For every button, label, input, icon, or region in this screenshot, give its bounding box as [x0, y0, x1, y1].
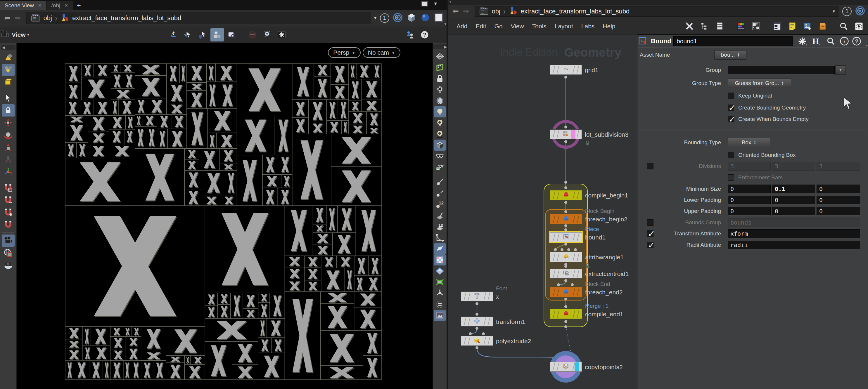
menu-add[interactable]: Add [457, 23, 467, 30]
node-flag[interactable] [575, 362, 579, 371]
viewport-canvas[interactable]: Persp▼ No cam▼ [17, 43, 433, 389]
group-star-icon[interactable] [434, 277, 446, 288]
follow-network-radio-icon[interactable] [393, 12, 403, 24]
smooth-shading-cube-icon[interactable] [434, 139, 446, 151]
upper-padding-x-field[interactable]: 0 [728, 207, 771, 216]
persp-menu-button[interactable]: Persp▼ [328, 47, 361, 58]
node-foreach_end2[interactable] [550, 287, 582, 297]
transform-camera-tool-icon[interactable] [196, 28, 209, 41]
bounding-type-menu[interactable]: Box▲▼ [728, 138, 770, 147]
render-view-globe-icon[interactable] [2, 247, 14, 259]
group-type-menu[interactable]: Guess from Gro...▲▼ [728, 78, 791, 88]
node-compile_begin1[interactable] [550, 190, 582, 200]
select-mode-tool-icon[interactable] [181, 28, 195, 41]
loop-badge[interactable]: 1 [842, 7, 851, 16]
create-bounding-geometry-checkbox[interactable]: ✓ [728, 104, 734, 111]
view-orbit-tool-icon[interactable] [166, 28, 180, 41]
node-name-label[interactable]: extractcentroid1 [585, 270, 629, 278]
node-copytopoints2[interactable] [550, 362, 582, 372]
material-sphere-icon[interactable]: ▾ [420, 12, 430, 24]
view-camera-tool-icon[interactable] [2, 234, 14, 247]
axis-handle-tool-icon[interactable] [2, 166, 14, 178]
geometry-cube-icon[interactable]: ▾ [406, 12, 417, 24]
divisions-z-field[interactable]: 3 [816, 162, 860, 170]
headlight-bulb-icon[interactable] [434, 106, 446, 118]
profile-curves-icon[interactable] [434, 232, 446, 243]
node-lot_subdivision3[interactable] [550, 129, 582, 139]
forward-icon[interactable]: ➡ [463, 7, 469, 16]
maximize-pane-icon[interactable] [422, 1, 428, 6]
agent-lod-icon[interactable] [434, 299, 446, 310]
minimum-size-y-field[interactable]: 0.1 [772, 185, 815, 193]
node-x[interactable] [461, 291, 493, 301]
path-node[interactable]: extract_face_transform_labs_lot_subd [521, 8, 629, 15]
rotate-tool-icon[interactable] [2, 129, 14, 141]
node-attribwrangle1[interactable] [550, 252, 582, 262]
gear-icon[interactable]: ▾ [797, 36, 807, 46]
menu-go[interactable]: Go [495, 23, 503, 30]
flipbook-camera-icon[interactable] [260, 28, 274, 41]
snap-multi-magnet-icon[interactable] [2, 219, 14, 231]
node-transform1[interactable] [461, 317, 493, 326]
upper-padding-y-field[interactable]: 0 [772, 207, 815, 216]
point-markers-icon[interactable] [434, 177, 446, 188]
node-name-label[interactable]: attribwrangle1 [585, 254, 624, 261]
add-lights-bulb-icon[interactable] [434, 118, 446, 129]
node-bound1[interactable] [550, 232, 582, 242]
forward-icon[interactable]: ➡ [14, 13, 21, 23]
camera-menu-button[interactable]: No cam▼ [363, 47, 400, 58]
back-icon[interactable]: ⬅ [453, 7, 459, 16]
color-palette-icon[interactable] [734, 20, 748, 33]
node-name-label[interactable]: lot_subdivision3 [585, 131, 628, 138]
background-image-add-icon[interactable] [801, 20, 814, 33]
create-when-bounds-empty-checkbox[interactable]: ✓ [728, 116, 734, 122]
node-name-label[interactable]: polyextrude2 [496, 337, 531, 345]
keep-original-checkbox[interactable] [728, 93, 734, 99]
background-image-icon[interactable] [434, 310, 446, 321]
pane-menu-icon[interactable]: ▼ [433, 1, 438, 6]
node-polyextrude2[interactable] [461, 336, 493, 346]
radii-attribute-input[interactable]: radii [728, 241, 860, 250]
close-icon[interactable]: ✕ [64, 3, 68, 8]
group-dropdown-button[interactable]: ▼ [835, 65, 846, 75]
tab-scene-view[interactable]: Scene View ✕ [0, 1, 47, 10]
layout-people-icon[interactable] [403, 28, 417, 41]
box-zoom-tool-icon[interactable] [225, 28, 239, 41]
viewport-lock-icon[interactable] [434, 73, 446, 84]
houdini-logo-icon[interactable]: H▾ [810, 36, 821, 46]
menu-edit[interactable]: Edit [475, 23, 486, 30]
follow-network-radio-icon[interactable] [855, 6, 865, 17]
snap-grid-magnet-icon[interactable] [2, 182, 14, 194]
menu-view[interactable]: View [511, 23, 524, 30]
search-icon[interactable] [826, 36, 836, 46]
back-icon[interactable]: ⬅ [4, 13, 10, 23]
path-field[interactable]: obj › extract_face_transform_labs_lot_su… [475, 6, 839, 17]
scale-tool-icon[interactable] [2, 141, 14, 153]
bounds-group-input[interactable]: bounds [728, 218, 860, 227]
divisions-y-field[interactable]: 3 [772, 162, 815, 170]
customize-tools-icon[interactable] [683, 20, 696, 33]
menu-help[interactable]: Help [602, 23, 615, 30]
select-geometry-cone-icon[interactable] [2, 52, 14, 64]
uv-checker-icon[interactable] [434, 254, 446, 265]
node-name-label[interactable]: transform1 [496, 318, 525, 325]
network-editor[interactable]: Indie Edition Geometry grid1lot_subdivis… [448, 34, 637, 389]
path-dropdown-icon[interactable]: ▾ [833, 8, 835, 14]
secure-selection-lock-icon[interactable] [2, 104, 14, 117]
point-numbers-icon[interactable]: 12 [434, 199, 446, 210]
close-icon[interactable]: ✕ [38, 3, 42, 8]
minimum-size-x-field[interactable]: 0 [728, 185, 771, 193]
node-name-label[interactable]: grid1 [585, 67, 598, 74]
select-cursor-icon[interactable] [2, 92, 14, 104]
transform-attribute-input[interactable]: xform [728, 229, 860, 238]
search-magnifier-icon[interactable] [837, 20, 850, 33]
sticky-note-icon[interactable] [785, 20, 799, 33]
path-dropdown-icon[interactable]: ▾ [374, 15, 376, 21]
divisions-x-field[interactable]: 3 [728, 162, 771, 170]
tab-obj[interactable]: /obj ✕ [47, 1, 73, 10]
group-diamond-icon[interactable] [434, 265, 446, 277]
bound-node-icon[interactable]: ▾ [638, 35, 648, 47]
path-node[interactable]: extract_face_transform_labs_lot_subd [72, 14, 181, 22]
default-lighting-sphere-icon[interactable] [434, 95, 446, 106]
new-tab-button[interactable]: + [73, 1, 85, 10]
